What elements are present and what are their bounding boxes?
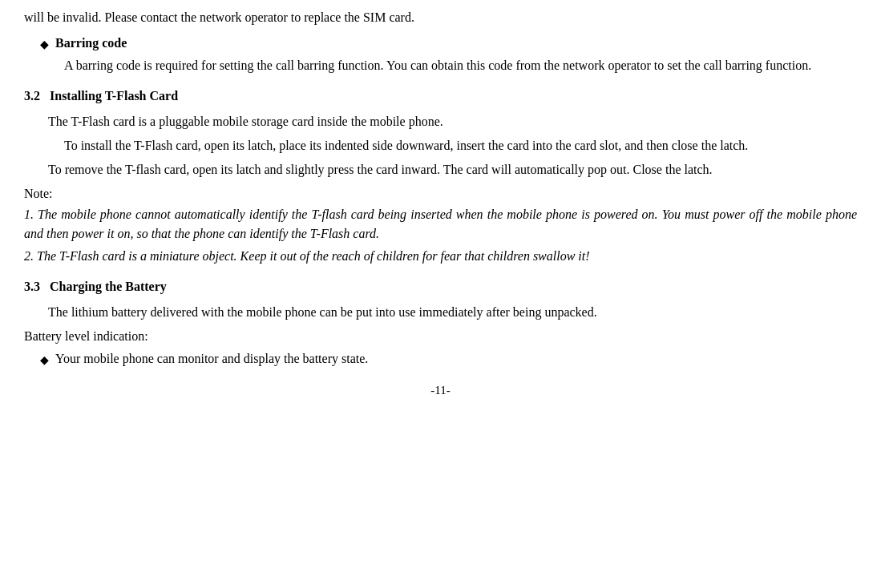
section-33-heading: 3.3 Charging the Battery [24,277,857,296]
section-32-para1: The T-Flash card is a pluggable mobile s… [48,112,857,131]
bullet-diamond-icon: ◆ [40,36,49,53]
barring-code-title: Barring code [55,34,127,53]
section-33-number: 3.3 [24,277,40,296]
section-32-heading: 3.2 Installing T-Flash Card [24,87,857,106]
page-number: -11- [24,381,857,400]
intro-text: will be invalid. Please contact the netw… [24,8,857,27]
section-33-para1: The lithium battery delivered with the m… [48,303,857,322]
section-32-title: Installing T-Flash Card [50,87,178,106]
battery-bullet-text: Your mobile phone can monitor and displa… [55,349,368,369]
note-2: 2. The T-Flash card is a miniature objec… [24,247,857,266]
page-content: will be invalid. Please contact the netw… [24,8,857,400]
battery-indication-label: Battery level indication: [24,327,857,346]
barring-code-bullet-item: ◆ Barring code [40,34,857,53]
barring-code-body: A barring code is required for setting t… [64,56,857,75]
section-32-para2: To install the T-Flash card, open its la… [64,136,857,155]
note-block: Note: 1. The mobile phone cannot automat… [24,184,857,266]
section-32-para3: To remove the T-flash card, open its lat… [48,160,857,179]
note-1: 1. The mobile phone cannot automatically… [24,205,857,244]
section-32-number: 3.2 [24,87,40,106]
note-label: Note: [24,184,857,203]
section-33-title: Charging the Battery [50,277,167,296]
battery-bullet-diamond-icon: ◆ [40,352,49,369]
battery-bullet-item: ◆ Your mobile phone can monitor and disp… [40,349,857,369]
